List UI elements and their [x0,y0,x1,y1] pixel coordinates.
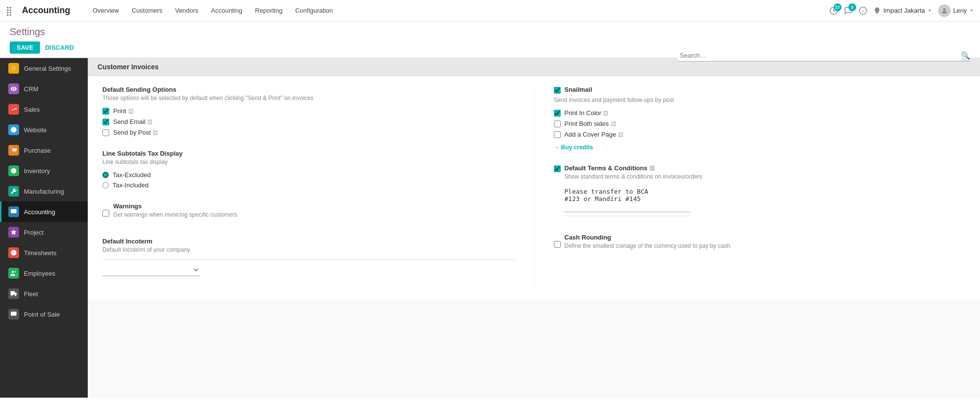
opt-email-checkbox[interactable] [102,119,109,125]
sidebar-item-website[interactable]: Website [0,120,88,140]
company-menu[interactable]: Impact Jakarta ▼ [873,7,932,15]
save-button[interactable]: SAVE [10,41,40,54]
sidebar-item-timesheets[interactable]: Timesheets [0,242,88,263]
sidebar-item-pos[interactable]: Point of Sale [0,304,88,324]
user-avatar [938,4,951,17]
employees-icon [8,268,19,279]
cover-page-checkbox[interactable] [554,131,561,138]
print-color-checkbox[interactable] [554,110,561,117]
print-both-row: Print Both sides 🖼 [554,120,966,127]
cash-rounding-desc: Define the smallest coinage of the curre… [565,242,730,249]
buy-credits-link[interactable]: → Buy credits [554,144,593,151]
search-icon[interactable]: 🔍 [961,51,970,60]
settings-content: Default Sending Options Those options wi… [88,76,980,300]
warnings-title: Warnings [113,202,237,210]
default-incoterm-block: Default Incoterm Default Incoterm of you… [102,238,514,276]
sidebar: ⚙ General Settings CRM Sales Website P [0,58,88,398]
search-bar: 🔍 [678,50,970,61]
manufacturing-icon [8,186,19,197]
default-terms-checkbox[interactable] [554,165,561,172]
section-title: Customer Invoices [98,63,158,71]
sidebar-label-crm: CRM [24,85,39,93]
snailmail-header-row: Snailmail [554,86,966,95]
inventory-icon [8,165,19,176]
left-column: Default Sending Options Those options wi… [102,86,534,290]
opt-post-row: Send by Post 🖼 [102,129,514,136]
sidebar-item-inventory[interactable]: Inventory [0,161,88,181]
svg-marker-16 [15,293,17,295]
snailmail-options: Print In Color 🖼 Print Both sides 🖼 [554,109,966,138]
sidebar-label-website: Website [24,126,47,134]
two-col-layout: Default Sending Options Those options wi… [102,86,965,290]
sidebar-item-purchase[interactable]: Purchase [0,140,88,161]
default-sending-options-block: Default Sending Options Those options wi… [102,86,514,136]
sidebar-item-employees[interactable]: Employees [0,263,88,283]
terms-info-icon[interactable]: 🖼 [649,165,655,171]
project-icon [8,227,19,238]
nav-accounting[interactable]: Accounting [206,5,247,16]
cover-page-row: Add a Cover Page 🖼 [554,131,966,138]
nav-configuration[interactable]: Configuration [290,5,337,16]
svg-rect-15 [11,291,15,295]
opt-post-checkbox[interactable] [102,129,109,136]
tax-excluded-label: Tax-Excluded [113,171,151,179]
cover-page-label: Add a Cover Page 🖼 [565,131,624,138]
accounting-icon [8,206,19,217]
tax-included-radio[interactable] [102,182,109,188]
sidebar-item-sales[interactable]: Sales [0,99,88,120]
sidebar-label-general: General Settings [24,65,71,72]
svg-point-7 [13,153,13,153]
snailmail-desc: Send invoices and payment follow-ups by … [554,97,966,103]
discard-button[interactable]: DISCARD [45,44,74,51]
cover-page-info-icon[interactable]: 🖼 [618,132,624,138]
cash-rounding-title: Cash Rounding [565,234,730,241]
opt-email-info-icon[interactable]: 🖼 [147,119,153,125]
sidebar-label-fleet: Fleet [24,290,38,298]
print-color-row: Print In Color 🖼 [554,109,966,117]
line-subtotals-block: Line Subtotals Tax Display Line subtotal… [102,150,514,189]
svg-point-4 [943,8,945,10]
print-color-label: Print In Color 🖼 [565,109,609,117]
tax-excluded-radio[interactable] [102,172,109,178]
snailmail-title: Snailmail [565,86,592,93]
nav-customers[interactable]: Customers [127,5,167,16]
content-area: Customer Invoices Default Sending Option… [88,58,980,398]
top-nav: ⣿ Accounting Overview Customers Vendors … [0,0,980,21]
opt-print-checkbox[interactable] [102,108,109,115]
sidebar-item-accounting[interactable]: Accounting [0,202,88,222]
sidebar-item-manufacturing[interactable]: Manufacturing [0,181,88,202]
opt-post-info-icon[interactable]: 🖼 [153,130,158,136]
warnings-checkbox[interactable] [102,210,109,217]
opt-email-row: Send Email 🖼 [102,118,514,125]
print-both-info-icon[interactable]: 🖼 [611,121,616,127]
sidebar-item-fleet[interactable]: Fleet [0,283,88,304]
incoterm-select[interactable] [102,263,200,276]
sidebar-item-project[interactable]: Project [0,222,88,242]
settings-header: Settings SAVE DISCARD 🔍 [0,21,980,58]
sidebar-label-project: Project [24,229,43,236]
sidebar-item-crm[interactable]: CRM [0,79,88,99]
nav-reporting[interactable]: Reporting [250,5,287,16]
clock-badge[interactable]: 17 [829,6,838,15]
print-both-checkbox[interactable] [554,121,561,127]
chat-badge[interactable]: 3 [844,6,853,15]
default-sending-desc: Those options will be selected by defaul… [102,95,514,101]
opt-print-info-icon[interactable]: 🖼 [128,108,134,114]
info-icon[interactable] [859,6,867,15]
app-grid-icon[interactable]: ⣿ [6,5,12,16]
print-color-info-icon[interactable]: 🖼 [603,110,608,116]
user-menu[interactable]: Leny ▼ [938,4,974,17]
nav-overview[interactable]: Overview [88,5,124,16]
user-name: Leny [953,7,967,14]
terms-textarea[interactable]: Please transfer to BCA #123 or Mandiri #… [565,186,691,212]
sales-icon [8,104,19,115]
sidebar-item-general-settings[interactable]: ⚙ General Settings [0,58,88,79]
cash-rounding-checkbox[interactable] [554,241,561,248]
main-layout: ⚙ General Settings CRM Sales Website P [0,58,980,398]
snailmail-block: Snailmail Send invoices and payment foll… [554,86,966,151]
svg-point-17 [11,295,13,296]
sidebar-label-employees: Employees [24,270,55,277]
snailmail-checkbox[interactable] [554,87,561,94]
nav-vendors[interactable]: Vendors [170,5,203,16]
search-input[interactable] [678,50,961,61]
